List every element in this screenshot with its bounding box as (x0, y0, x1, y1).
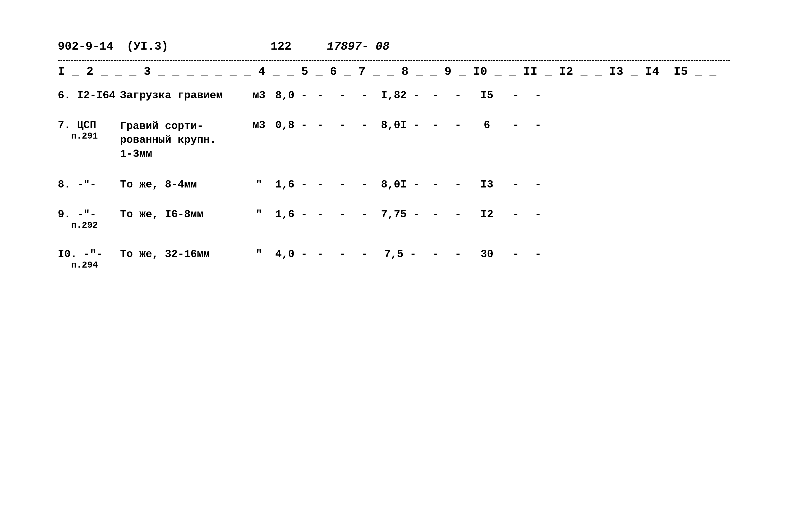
row-unit: м3 (244, 90, 274, 101)
row-description: То же, 8-4мм (120, 179, 244, 191)
table-row: 6. I2-I64Загрузка гравиемм38,0 ----I,82 … (58, 90, 730, 101)
col13-value: - (505, 209, 527, 220)
row-unit: " (244, 179, 274, 191)
col6-value: - (331, 248, 354, 260)
col7-value: - (354, 119, 376, 131)
col11-value: - (447, 209, 469, 220)
col9-value: 7,75 - (376, 209, 425, 220)
row-number: 7. ЦСПп.291 (58, 119, 120, 141)
table-row: 7. ЦСПп.291Гравий сорти-рованный крупн.1… (58, 119, 730, 161)
col14-value: - (527, 90, 549, 101)
col10-value: - (425, 90, 447, 101)
col7-value: - (354, 90, 376, 101)
col9-value: 7,5 - (376, 248, 425, 260)
col7-value: - (354, 248, 376, 260)
col4-value: 4,0 - (274, 248, 309, 260)
table-row: 9. -"-п.292То же, I6-8мм"1,6 ----7,75 --… (58, 209, 730, 231)
col11-value: - (447, 248, 469, 260)
col11-value: - (447, 179, 469, 191)
col6-value: - (331, 90, 354, 101)
col6-value: - (331, 119, 354, 131)
col5-value: - (309, 179, 331, 191)
col9-value: 8,0I - (376, 119, 425, 131)
data-table: 6. I2-I64Загрузка гравиемм38,0 ----I,82 … (58, 90, 730, 270)
row-unit: " (244, 248, 274, 260)
col10-value: - (425, 119, 447, 131)
col5-value: - (309, 209, 331, 220)
col12-value: I3 (469, 179, 505, 191)
col7-value: - (354, 209, 376, 220)
row-unit: " (244, 209, 274, 220)
col9-value: 8,0I - (376, 179, 425, 191)
col7-value: - (354, 179, 376, 191)
col6-value: - (331, 179, 354, 191)
col9-value: I,82 - (376, 90, 425, 101)
column-headers: I _ 2 _ _ _ 3 _ _ _ _ _ _ _ 4 _ _ 5 _ 6 … (58, 65, 730, 78)
col12-value: 30 (469, 248, 505, 260)
row-unit: м3 (244, 119, 274, 131)
col14-value: - (527, 209, 549, 220)
col12-value: I2 (469, 209, 505, 220)
row-number: 9. -"-п.292 (58, 209, 120, 231)
row-description: То же, 32-16мм (120, 248, 244, 260)
row-description: Загрузка гравием (120, 90, 244, 101)
doc-id: 17897- 08 (327, 40, 390, 53)
header-code: (УI.3) (127, 40, 168, 53)
col4-value: 1,6 - (274, 179, 309, 191)
col13-value: - (505, 119, 527, 131)
row-number: 8. -"- (58, 179, 120, 191)
doc-number: 902-9-14 (58, 40, 113, 53)
col14-value: - (527, 119, 549, 131)
col5-value: - (309, 119, 331, 131)
col13-value: - (505, 90, 527, 101)
col14-value: - (527, 248, 549, 260)
col6-value: - (331, 209, 354, 220)
col12-value: 6 (469, 119, 505, 131)
col4-value: 1,6 - (274, 209, 309, 220)
col13-value: - (505, 179, 527, 191)
col5-value: - (309, 90, 331, 101)
col4-value: 0,8 - (274, 119, 309, 131)
table-row: 8. -"-То же, 8-4мм"1,6 ----8,0I ---I3-- (58, 179, 730, 191)
row-description: Гравий сорти-рованный крупн.1-3мм (120, 119, 244, 161)
separator-line (58, 60, 730, 61)
row-description: То же, I6-8мм (120, 209, 244, 220)
col10-value: - (425, 209, 447, 220)
col13-value: - (505, 248, 527, 260)
col11-value: - (447, 90, 469, 101)
col12-value: I5 (469, 90, 505, 101)
row-number: I0. -"-п.294 (58, 248, 120, 270)
col11-value: - (447, 119, 469, 131)
col10-value: - (425, 248, 447, 260)
col10-value: - (425, 179, 447, 191)
col14-value: - (527, 179, 549, 191)
table-row: I0. -"-п.294То же, 32-16мм"4,0 ----7,5 -… (58, 248, 730, 270)
col4-value: 8,0 - (274, 90, 309, 101)
page-number: 122 (271, 40, 292, 53)
row-number: 6. I2-I64 (58, 90, 120, 101)
col5-value: - (309, 248, 331, 260)
